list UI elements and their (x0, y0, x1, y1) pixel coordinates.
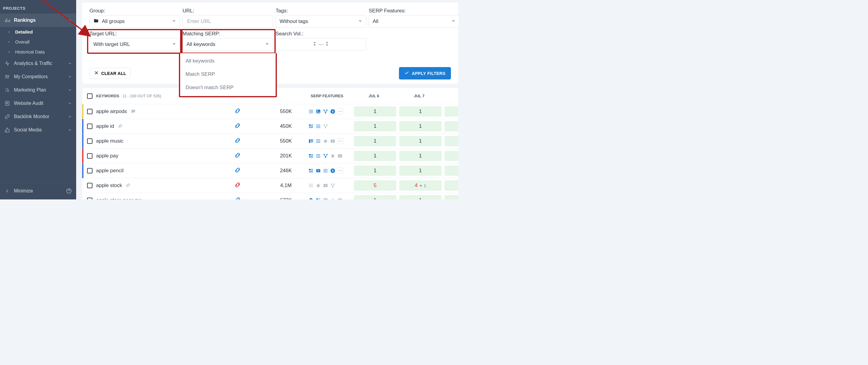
serp-list-icon[interactable] (308, 109, 314, 114)
stepper-icon[interactable] (313, 41, 317, 48)
col-keywords-label[interactable]: KEYWORDS (96, 94, 119, 98)
serp-sitelinks-icon[interactable] (323, 153, 328, 159)
serp-list-icon[interactable] (315, 124, 321, 129)
filter-group-select[interactable]: All groups (89, 15, 180, 28)
serp-video-icon[interactable] (315, 168, 321, 174)
serp-sitelinks-icon[interactable] (330, 183, 336, 188)
rank-jul8[interactable]: 1 (444, 151, 458, 161)
serp-review-icon[interactable] (330, 197, 336, 200)
serp-list-icon[interactable] (315, 153, 321, 159)
serp-video-icon[interactable] (337, 153, 343, 159)
keyword-text[interactable]: apple store near me (96, 197, 142, 200)
rank-jul8[interactable]: 1 (444, 136, 458, 146)
rank-jul8[interactable]: 1 (444, 121, 458, 131)
target-link-icon[interactable] (234, 137, 241, 145)
nav-competitors[interactable]: My Competitors (0, 70, 76, 83)
rank-jul6[interactable]: 1 (354, 107, 396, 117)
serp-featured-snippet-icon[interactable] (308, 124, 314, 129)
matching-serp-option-all[interactable]: All keywords (180, 54, 276, 68)
nav-backlink[interactable]: Backlink Monitor (0, 110, 76, 123)
serp-shopping-icon[interactable]: $ (330, 168, 336, 174)
filter-tags-select[interactable]: Without tags (276, 15, 366, 28)
serp-sitelinks-icon[interactable] (323, 124, 328, 129)
serp-review-icon[interactable] (315, 183, 321, 188)
keyword-text[interactable]: apple stock (96, 183, 122, 188)
serp-featured-snippet-icon[interactable] (308, 168, 314, 174)
col-serp-features[interactable]: SERP FEATURES (303, 94, 351, 98)
rank-jul6[interactable]: 1 (354, 121, 396, 131)
serp-shopping-icon[interactable]: $ (330, 109, 336, 114)
row-checkbox[interactable] (87, 139, 92, 144)
nav-sub-detailed[interactable]: Detailed (0, 27, 76, 37)
keyword-text[interactable]: apple pay (96, 153, 119, 159)
serp-image-icon[interactable] (337, 197, 343, 200)
rank-jul6[interactable]: 1 (354, 165, 396, 176)
rank-jul7[interactable]: 1 (399, 107, 441, 117)
nav-sub-overall[interactable]: Overall (0, 37, 76, 47)
row-checkbox[interactable] (87, 183, 92, 188)
keyword-link-icon[interactable] (118, 124, 123, 129)
rank-jul6[interactable]: 1 (354, 151, 396, 161)
note-icon[interactable] (130, 109, 136, 114)
nav-rankings[interactable]: Rankings (0, 13, 76, 27)
rank-jul7[interactable]: 1 (399, 151, 441, 161)
keyword-text[interactable]: apple airpods (96, 109, 127, 115)
row-checkbox[interactable] (87, 153, 92, 159)
serp-knowledge-panel-icon[interactable] (308, 139, 314, 144)
serp-list-icon[interactable] (308, 183, 314, 188)
target-link-icon[interactable] (234, 196, 241, 200)
rank-jul7[interactable]: 1 (399, 121, 441, 131)
row-checkbox[interactable] (87, 109, 92, 114)
rank-jul7[interactable]: 4 1 (399, 180, 441, 191)
target-link-icon[interactable] (234, 152, 241, 160)
serp-more-icon[interactable] (337, 168, 343, 174)
keyword-text[interactable]: apple pencil (96, 168, 124, 174)
keyword-text[interactable]: apple id (96, 123, 114, 129)
rank-jul7[interactable]: 1 (399, 195, 441, 200)
keyword-text[interactable]: apple music (96, 138, 124, 144)
serp-video-icon[interactable] (330, 139, 336, 144)
row-checkbox[interactable] (87, 197, 92, 200)
serp-more-icon[interactable] (337, 109, 343, 115)
rank-jul8[interactable]: 5 1 (444, 180, 458, 191)
target-link-icon[interactable] (234, 167, 241, 175)
serp-featured-snippet-icon[interactable] (315, 197, 321, 200)
serp-sitelinks-icon[interactable] (323, 109, 328, 114)
serp-image-icon[interactable] (315, 109, 321, 114)
serp-review-icon[interactable] (323, 139, 328, 144)
filter-url-input-wrap[interactable] (183, 15, 273, 28)
row-checkbox[interactable] (87, 168, 92, 174)
rank-jul8[interactable]: 1 (444, 107, 458, 117)
filter-serpfeat-select[interactable]: All (369, 15, 459, 28)
apply-filters-button[interactable]: APPLY FILTERS (399, 67, 451, 80)
matching-serp-option-match[interactable]: Match SERP (180, 68, 276, 81)
col-date-jul8[interactable]: JUL 8 (442, 94, 458, 98)
serp-more-icon[interactable] (337, 138, 343, 144)
col-date-jul7[interactable]: JUL 7 (397, 94, 442, 98)
rank-jul6[interactable]: 1 (354, 136, 396, 146)
serp-local-pack-icon[interactable] (308, 197, 314, 200)
matching-serp-option-nomatch[interactable]: Doesn't match SERP (180, 81, 276, 94)
minimize-button[interactable]: Minimize (0, 182, 76, 200)
serp-review-icon[interactable] (330, 153, 336, 159)
row-checkbox[interactable] (87, 124, 92, 129)
target-link-icon[interactable] (234, 108, 241, 116)
filter-url-input[interactable] (186, 18, 269, 25)
filter-target-url-select[interactable]: With target URL (89, 38, 180, 51)
serp-featured-snippet-icon[interactable] (308, 153, 314, 159)
rank-jul8[interactable]: 1 (444, 195, 458, 200)
rank-jul6[interactable]: 1 (354, 195, 396, 200)
filter-matching-serp-select[interactable]: All keywords (183, 38, 273, 51)
nav-analytics[interactable]: Analytics & Traffic (0, 57, 76, 70)
target-link-icon[interactable] (234, 122, 241, 130)
target-link-icon[interactable] (234, 182, 241, 190)
serp-video-icon[interactable] (323, 183, 328, 188)
serp-list-icon[interactable] (323, 168, 328, 174)
nav-marketing[interactable]: Marketing Plan (0, 83, 76, 97)
rank-jul6[interactable]: 5 (354, 180, 396, 191)
rank-jul7[interactable]: 1 (399, 136, 441, 146)
help-icon[interactable] (66, 188, 72, 194)
serp-list-icon[interactable] (315, 139, 321, 144)
clear-all-button[interactable]: CLEAR ALL (89, 68, 130, 79)
col-date-jul6[interactable]: JUL 6 (351, 94, 397, 98)
